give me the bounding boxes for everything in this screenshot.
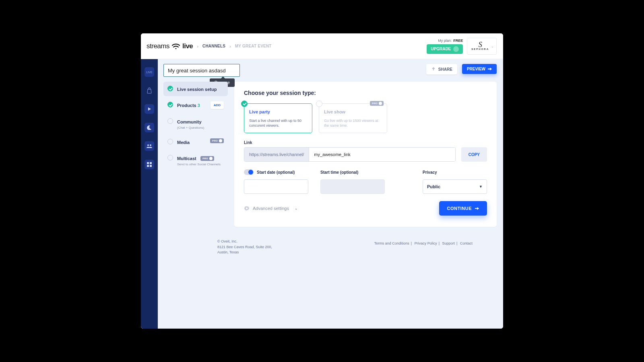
upgrade-small-icon [219, 139, 222, 142]
footer-link-privacy[interactable]: Privacy Policy [415, 241, 437, 245]
radio-checked-icon [241, 101, 248, 107]
brand-selector[interactable]: S SEPHORA ⌄ [467, 38, 497, 55]
pro-badge: PRO [210, 138, 224, 143]
session-type-live-show[interactable]: PRO Live show Go live with up to 1500 vi… [319, 103, 387, 133]
moon-icon [147, 125, 152, 130]
circle-icon [167, 139, 173, 144]
step-live-session-setup[interactable]: Live session setup [163, 82, 228, 96]
caret-down-icon: ▼ [479, 185, 483, 189]
schedule-row: Start date (optional) Start time (option… [244, 169, 487, 194]
privacy-col: Privacy Public ▼ [423, 169, 487, 194]
rail-item-people[interactable] [144, 141, 154, 151]
footer-copy: © Oveit, Inc. 8121 Bee Caves Road, Suite… [217, 239, 272, 255]
gear-icon [244, 206, 250, 211]
step-multicast[interactable]: Multicast PRO Send to other Social Chann… [163, 151, 228, 170]
link-label: Link [244, 140, 487, 145]
rail-item-grid[interactable] [144, 160, 154, 169]
topbar: Rename SHARE PREVIEW [163, 64, 497, 77]
copy-button[interactable]: COPY [461, 147, 487, 162]
panel-heading: Choose your session type: [244, 90, 487, 96]
svg-rect-5 [150, 165, 152, 167]
wifi-icon [172, 43, 180, 49]
upgrade-icon [453, 46, 459, 52]
start-date-toggle[interactable] [244, 169, 254, 175]
logo-text: streams [147, 42, 169, 50]
link-prefix: https://streams.live/channel/ [244, 148, 309, 161]
people-icon [147, 144, 152, 148]
rail-item-play[interactable] [144, 104, 154, 114]
chevron-right-icon: › [229, 44, 231, 49]
title-wrap: Rename [163, 64, 240, 77]
grid-icon [147, 162, 152, 167]
start-time-col: Start time (optional) [320, 169, 385, 194]
step-community[interactable]: Community (Chat + Questions) [163, 114, 228, 133]
session-title-input[interactable] [163, 64, 240, 77]
svg-rect-4 [147, 165, 149, 167]
play-icon [147, 107, 151, 111]
columns: Live session setup Products3 ADD Communi… [163, 82, 497, 227]
plan-line: My plan:FREE [438, 39, 463, 43]
start-date-label: Start date (optional) [257, 170, 295, 175]
chevron-down-icon: ⌄ [295, 206, 298, 210]
upgrade-small-icon [209, 157, 213, 160]
card-desc: Start a live channel with up to 50 concu… [249, 118, 307, 128]
start-time-label: Start time (optional) [320, 170, 358, 175]
circle-icon [167, 118, 173, 124]
privacy-select[interactable]: Public ▼ [423, 179, 487, 194]
svg-point-0 [147, 144, 149, 146]
upgrade-button[interactable]: UPGRADE [427, 44, 463, 54]
plan-block: My plan:FREE UPGRADE [427, 39, 463, 54]
step-media[interactable]: Media PRO [163, 135, 228, 149]
arrow-right-icon [475, 206, 479, 210]
footer-link-terms[interactable]: Terms and Conditions [374, 241, 409, 245]
logo-text-b: live [182, 42, 193, 50]
brand-logo-icon: S [479, 42, 482, 47]
session-type-cards: Live party Start a live channel with up … [244, 103, 487, 133]
advanced-settings-toggle[interactable]: Advanced settings ⌄ [244, 206, 298, 211]
breadcrumb-channels[interactable]: CHANNELS [202, 44, 225, 48]
privacy-value: Public [427, 184, 440, 189]
link-field: Link https://streams.live/channel/ COPY [244, 140, 487, 162]
radio-unchecked-icon [316, 101, 322, 107]
circle-icon [167, 155, 173, 160]
start-time-input[interactable] [320, 179, 385, 194]
share-button[interactable]: SHARE [426, 64, 457, 74]
step-products[interactable]: Products3 ADD [163, 98, 228, 113]
card-title: Live show [324, 109, 382, 114]
svg-rect-3 [150, 162, 152, 164]
start-date-col: Start date (optional) [244, 169, 308, 194]
rail-item-live[interactable]: LIVE [144, 67, 154, 77]
link-slug-input[interactable] [309, 148, 455, 161]
check-icon [167, 102, 173, 107]
card-title: Live party [249, 109, 307, 114]
share-icon [431, 67, 436, 72]
footer: © Oveit, Inc. 8121 Bee Caves Road, Suite… [163, 227, 497, 290]
footer-link-support[interactable]: Support [442, 241, 455, 245]
session-type-live-party[interactable]: Live party Start a live channel with up … [244, 103, 312, 133]
brand-name: SEPHORA [471, 48, 489, 50]
footer-links: Terms and Conditions| Privacy Policy| Su… [374, 241, 473, 245]
rail-item-moon[interactable] [144, 123, 154, 132]
rail-item-bag[interactable] [144, 86, 154, 95]
svg-point-1 [150, 144, 151, 146]
content: Rename SHARE PREVIEW Live se [158, 59, 503, 329]
header: streams live › CHANNELS › MY GREAT EVENT… [141, 33, 503, 59]
continue-button[interactable]: CONTINUE [439, 201, 487, 216]
app-window: streams live › CHANNELS › MY GREAT EVENT… [141, 33, 503, 329]
panel-bottom-row: Advanced settings ⌄ CONTINUE [244, 201, 487, 216]
arrow-right-icon [488, 67, 492, 71]
chevron-down-icon: ⌄ [491, 44, 494, 48]
step-list: Live session setup Products3 ADD Communi… [163, 82, 228, 170]
check-icon [167, 86, 173, 91]
preview-button[interactable]: PREVIEW [462, 64, 497, 74]
breadcrumb-event[interactable]: MY GREAT EVENT [235, 44, 272, 48]
logo[interactable]: streams live [147, 42, 193, 50]
start-date-input[interactable] [244, 179, 308, 194]
add-product-button[interactable]: ADD [211, 101, 224, 109]
upgrade-small-icon [379, 102, 382, 105]
pro-badge: PRO [200, 156, 214, 161]
footer-link-contact[interactable]: Contact [460, 241, 473, 245]
body: LIVE Rename [141, 59, 503, 329]
main-panel: Choose your session type: Live party Sta… [234, 82, 497, 227]
pro-badge: PRO [370, 101, 384, 106]
